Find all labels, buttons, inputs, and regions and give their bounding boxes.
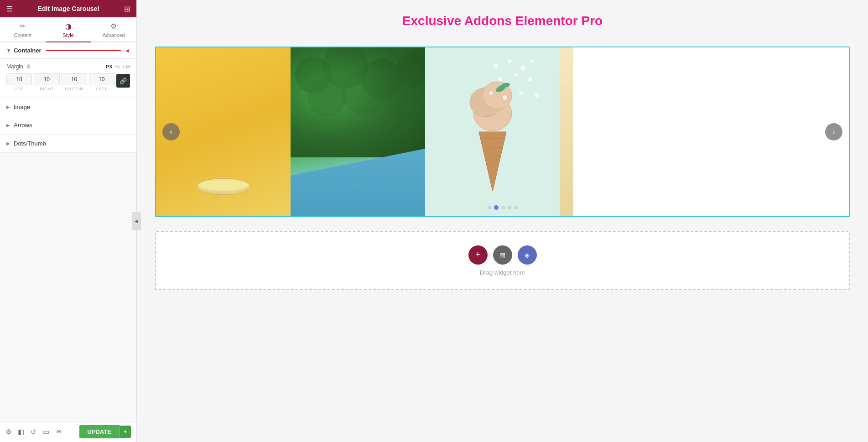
main-content: Exclusive Addons Elementor Pro <box>137 0 868 442</box>
grid-icon[interactable]: ⊞ <box>124 5 130 13</box>
tab-style[interactable]: ◑ Style <box>46 17 91 42</box>
margin-inputs: 10 TOP 10 RIGHT 10 BOTTOM 10 LEFT 🔗 <box>6 73 130 91</box>
unit-percent[interactable]: % <box>115 64 120 69</box>
svg-point-10 <box>494 63 498 68</box>
svg-point-14 <box>498 77 503 82</box>
margin-text: Margin <box>6 63 23 70</box>
dot-5[interactable] <box>514 206 518 209</box>
svg-point-19 <box>519 91 523 95</box>
image-section[interactable]: ▶ Image <box>0 98 136 116</box>
add-widget-button[interactable]: + <box>468 245 488 265</box>
margin-link-button[interactable]: 🔗 <box>116 74 130 88</box>
margin-label: Margin 🖥 <box>6 63 31 70</box>
dot-2[interactable] <box>494 205 499 210</box>
content-icon: ✏ <box>20 22 26 31</box>
svg-point-11 <box>508 59 511 63</box>
carousel-wrapper: ‹ › <box>155 47 850 217</box>
svg-point-2 <box>198 181 249 190</box>
margin-bottom-input[interactable]: 10 <box>62 73 87 85</box>
svg-point-8 <box>342 71 385 115</box>
svg-point-13 <box>530 59 534 63</box>
hamburger-icon[interactable]: ☰ <box>6 5 13 13</box>
sidebar: ☰ Edit Image Carousel ⊞ ✏ Content ◑ Styl… <box>0 0 137 442</box>
diamond-button[interactable]: ◈ <box>518 245 537 265</box>
dots-arrow-icon: ▶ <box>6 141 10 146</box>
sidebar-content: ▼ Container ◄ Margin 🖥 PX % EM 10 <box>0 42 136 421</box>
container-section-header[interactable]: ▼ Container ◄ <box>0 42 136 59</box>
settings-icon[interactable]: ⚙ <box>5 428 11 436</box>
style-icon: ◑ <box>65 22 72 31</box>
preview-icon[interactable]: 👁 <box>56 428 62 436</box>
margin-top-label: TOP <box>15 87 24 91</box>
update-button[interactable]: UPDATE <box>79 425 120 438</box>
svg-point-7 <box>308 78 346 117</box>
margin-bottom-group: 10 BOTTOM <box>62 73 87 91</box>
update-btn-group: UPDATE ▾ <box>79 425 131 438</box>
tab-style-label: Style <box>62 32 73 38</box>
container-label: Container <box>14 47 42 54</box>
dot-1[interactable] <box>488 206 491 209</box>
page-title: Exclusive Addons Elementor Pro <box>155 14 850 28</box>
carousel-slide-4 <box>560 47 573 216</box>
margin-left-input[interactable]: 10 <box>89 73 114 85</box>
dots-section-header[interactable]: ▶ Dots/Thumb <box>0 135 136 152</box>
history-icon[interactable]: ↺ <box>31 428 36 436</box>
carousel-next-button[interactable]: › <box>825 123 842 140</box>
drop-label: Drag widget here <box>480 269 525 276</box>
margin-units: PX % EM <box>106 64 130 69</box>
margin-left-group: 10 LEFT <box>89 73 114 91</box>
arrows-label: Arrows <box>14 122 32 129</box>
dot-4[interactable] <box>508 206 511 209</box>
dot-3[interactable] <box>501 206 505 209</box>
margin-right-group: 10 RIGHT <box>34 73 59 91</box>
dots-label: Dots/Thumb <box>14 140 46 147</box>
margin-top-input[interactable]: 10 <box>6 73 32 85</box>
drop-zone: + ▦ ◈ Drag widget here <box>155 231 850 290</box>
responsive-icon[interactable]: ▭ <box>43 428 49 436</box>
dots-section[interactable]: ▶ Dots/Thumb <box>0 135 136 153</box>
svg-point-12 <box>520 65 526 71</box>
sidebar-header: ☰ Edit Image Carousel ⊞ <box>0 0 136 17</box>
container-arrow-icon: ▼ <box>6 48 11 53</box>
carousel-prev-button[interactable]: ‹ <box>162 123 180 140</box>
tab-content[interactable]: ✏ Content <box>0 17 46 42</box>
margin-left-label: LEFT <box>96 87 107 91</box>
dots-decoration <box>487 57 541 111</box>
arrows-section[interactable]: ▶ Arrows <box>0 116 136 135</box>
update-arrow-button[interactable]: ▾ <box>120 426 131 438</box>
margin-section: Margin 🖥 PX % EM 10 TOP 10 RIGHT <box>0 59 136 98</box>
arrows-arrow-icon: ▶ <box>6 123 10 128</box>
carousel-slide-2 <box>291 47 425 216</box>
margin-top-group: 10 TOP <box>6 73 32 91</box>
template-button[interactable]: ▦ <box>493 245 512 265</box>
svg-point-18 <box>503 95 507 100</box>
arrows-section-header[interactable]: ▶ Arrows <box>0 116 136 134</box>
drop-buttons: + ▦ ◈ <box>468 245 537 265</box>
carousel-dots <box>488 205 518 210</box>
carousel-inner <box>156 47 849 216</box>
sidebar-bottom: ⚙ ◧ ↺ ▭ 👁 UPDATE ▾ <box>0 421 136 442</box>
tab-advanced[interactable]: ⚙ Advanced <box>91 17 136 42</box>
margin-bottom-label: BOTTOM <box>65 87 83 91</box>
svg-point-15 <box>515 73 518 77</box>
svg-marker-24 <box>479 132 506 191</box>
margin-right-input[interactable]: 10 <box>34 73 59 85</box>
container-red-line <box>46 50 121 51</box>
tab-advanced-label: Advanced <box>103 32 125 38</box>
bottom-icons: ⚙ ◧ ↺ ▭ 👁 <box>5 428 62 436</box>
bowl-svg <box>192 161 255 198</box>
monitor-icon: 🖥 <box>26 63 31 70</box>
carousel-slide-3 <box>425 47 560 216</box>
layers-icon[interactable]: ◧ <box>18 428 24 436</box>
svg-point-9 <box>382 82 418 118</box>
sidebar-title: Edit Image Carousel <box>38 5 99 12</box>
unit-px[interactable]: PX <box>106 64 113 69</box>
collapse-handle[interactable]: ◀ <box>132 212 141 230</box>
image-section-header[interactable]: ▶ Image <box>0 98 136 116</box>
svg-point-17 <box>489 91 493 95</box>
unit-em[interactable]: EM <box>123 64 130 69</box>
margin-label-row: Margin 🖥 PX % EM <box>6 63 130 70</box>
image-label: Image <box>14 104 30 110</box>
container-arrow-indicator: ◄ <box>125 47 130 54</box>
forest-texture <box>291 47 425 216</box>
